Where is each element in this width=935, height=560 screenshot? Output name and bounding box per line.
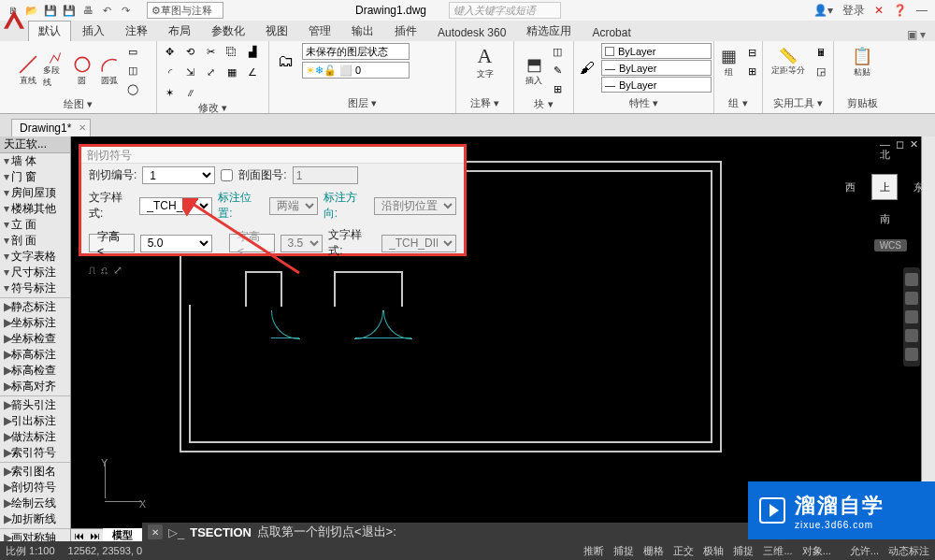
- infocenter-search[interactable]: 键入关键字或短语: [449, 2, 561, 19]
- nav-showmotion-icon[interactable]: [905, 348, 918, 361]
- tab-parametric[interactable]: 参数化: [202, 22, 254, 41]
- polyline-button[interactable]: 多段线: [43, 51, 67, 89]
- tab-output[interactable]: 输出: [342, 22, 383, 41]
- mode-icon-1[interactable]: ⎍: [89, 264, 95, 277]
- palette-item[interactable]: ▾墙 体: [0, 153, 70, 169]
- viewcube-top-face[interactable]: 上: [871, 174, 898, 200]
- paste-button[interactable]: 📋粘贴: [843, 43, 881, 80]
- palette-item[interactable]: ▶引出标注: [0, 413, 70, 429]
- exchange-icon[interactable]: ✕: [874, 4, 884, 17]
- nav-wheel-icon[interactable]: [905, 273, 918, 286]
- palette-item[interactable]: ▾立 面: [0, 217, 70, 233]
- circle-button[interactable]: 圆: [70, 51, 94, 89]
- view-cube[interactable]: 北 南 西 东 上: [858, 161, 911, 213]
- create-block-icon[interactable]: ◫: [549, 43, 566, 60]
- palette-item[interactable]: ▾尺寸标注: [0, 265, 70, 280]
- attr-icon[interactable]: ⊞: [549, 80, 566, 97]
- scale-icon[interactable]: ⤢: [203, 64, 220, 80]
- minimize-icon[interactable]: —: [916, 4, 928, 17]
- save-icon[interactable]: 💾: [43, 3, 58, 18]
- color-dropdown[interactable]: ByLayer: [601, 43, 712, 59]
- palette-item[interactable]: ▶标高对齐: [0, 379, 70, 395]
- plot-icon[interactable]: 🖶: [80, 3, 95, 18]
- copy-icon[interactable]: ⿻: [223, 43, 240, 60]
- status-toggle[interactable]: 栅格: [643, 544, 664, 558]
- panel-util-label[interactable]: 实用工具 ▾: [773, 96, 823, 111]
- palette-item[interactable]: ▾楼梯其他: [0, 201, 70, 217]
- nav-pan-icon[interactable]: [905, 292, 918, 305]
- cmdline-close-icon[interactable]: ✕: [148, 524, 163, 539]
- array-icon[interactable]: ▦: [223, 64, 240, 80]
- palette-item[interactable]: ▶绘制云线: [0, 495, 70, 511]
- palette-item[interactable]: ▶加折断线: [0, 511, 70, 527]
- section-draw-checkbox[interactable]: [221, 166, 233, 184]
- undo-icon[interactable]: ↶: [99, 3, 114, 18]
- panel-clipboard-label[interactable]: 剪贴板: [847, 96, 878, 111]
- height1-button[interactable]: 字高<: [89, 234, 135, 252]
- tab-manage[interactable]: 管理: [299, 22, 340, 41]
- cutno-input[interactable]: 1: [142, 166, 215, 184]
- layer-state-dropdown[interactable]: 未保存的图层状态: [302, 43, 410, 60]
- palette-item[interactable]: ▶静态标注: [0, 299, 70, 315]
- status-toggle[interactable]: 对象...: [802, 544, 831, 558]
- palette-item[interactable]: ▶索引符号: [0, 445, 70, 461]
- palette-item[interactable]: ▶箭头引注: [0, 397, 70, 413]
- section-draw-input[interactable]: [293, 166, 358, 184]
- model-tab[interactable]: 模型: [103, 528, 143, 542]
- nav-zoom-icon[interactable]: [905, 310, 918, 323]
- app-logo-icon[interactable]: [3, 2, 25, 39]
- panel-annot-label[interactable]: 注释 ▾: [470, 96, 499, 111]
- panel-block-label[interactable]: 块 ▾: [534, 97, 553, 112]
- edit-block-icon[interactable]: ✎: [549, 62, 566, 79]
- redo-icon[interactable]: ↷: [118, 3, 133, 18]
- status-toggle[interactable]: 三维...: [763, 544, 792, 558]
- measure-button[interactable]: 📏定距等分: [767, 43, 810, 80]
- height2-button[interactable]: 字高<: [229, 234, 275, 252]
- workspace-switcher[interactable]: ⚙ 草图与注释: [147, 2, 223, 19]
- tab-scroll-right-icon[interactable]: ⏭: [87, 530, 103, 541]
- tab-plugins[interactable]: 插件: [385, 22, 426, 41]
- explode-icon[interactable]: ✶: [162, 84, 179, 101]
- panel-props-label[interactable]: 特性 ▾: [629, 96, 658, 111]
- tab-featured[interactable]: 精选应用: [517, 22, 581, 41]
- scale-label[interactable]: 比例 1:100: [6, 544, 55, 558]
- hatch-icon[interactable]: ◫: [124, 62, 141, 79]
- tab-insert[interactable]: 插入: [73, 22, 114, 41]
- viewcube-north[interactable]: 北: [880, 148, 890, 162]
- nav-orbit-icon[interactable]: [905, 329, 918, 342]
- panel-layers-label[interactable]: 图层 ▾: [348, 96, 377, 111]
- help-icon[interactable]: ❓: [893, 4, 907, 17]
- doc-tab[interactable]: Drawing1*✕: [11, 119, 91, 136]
- status-toggle[interactable]: 允许...: [850, 544, 879, 558]
- tab-annotate[interactable]: 注释: [116, 22, 157, 41]
- palette-item[interactable]: ▾文字表格: [0, 249, 70, 265]
- select-icon[interactable]: ◲: [813, 63, 829, 79]
- textstyle-dropdown[interactable]: _TCH_LABEL: [139, 197, 212, 215]
- layerprop-icon[interactable]: 🗂: [273, 48, 299, 74]
- palette-item[interactable]: ▶坐标检查: [0, 331, 70, 347]
- matchprop-icon[interactable]: 🖌: [576, 50, 598, 87]
- tab-scroll-left-icon[interactable]: ⏮: [71, 530, 87, 541]
- ribbon-extras[interactable]: ▣ ▾: [907, 28, 926, 41]
- height1-input[interactable]: 5.0: [140, 235, 212, 252]
- move-icon[interactable]: ✥: [162, 43, 179, 60]
- palette-item[interactable]: ▶坐标标注: [0, 315, 70, 331]
- text-button[interactable]: A文字: [467, 43, 504, 80]
- palette-item[interactable]: ▶剖切符号: [0, 480, 70, 495]
- status-toggle[interactable]: 推断: [583, 544, 604, 558]
- pos-dropdown[interactable]: 两端: [269, 197, 318, 215]
- palette-item[interactable]: ▶标高检查: [0, 363, 70, 379]
- dir-dropdown[interactable]: 沿剖切位置线: [374, 197, 456, 215]
- insert-button[interactable]: ⬒插入: [522, 51, 546, 89]
- textstyle2-dropdown[interactable]: _TCH_DIM: [381, 235, 456, 252]
- palette-item[interactable]: ▾剖 面: [0, 233, 70, 249]
- tab-view[interactable]: 视图: [256, 22, 297, 41]
- signin-icon[interactable]: 👤▾: [813, 4, 833, 17]
- stretch-icon[interactable]: ⇲: [182, 64, 199, 80]
- tab-a360[interactable]: Autodesk 360: [428, 24, 515, 41]
- ungroup-icon[interactable]: ⊟: [743, 44, 760, 61]
- viewcube-east[interactable]: 东: [913, 180, 924, 194]
- linetype-dropdown[interactable]: — ByLayer: [601, 77, 712, 93]
- status-toggle[interactable]: 极轴: [703, 544, 724, 558]
- arc-button[interactable]: 圆弧: [97, 51, 122, 89]
